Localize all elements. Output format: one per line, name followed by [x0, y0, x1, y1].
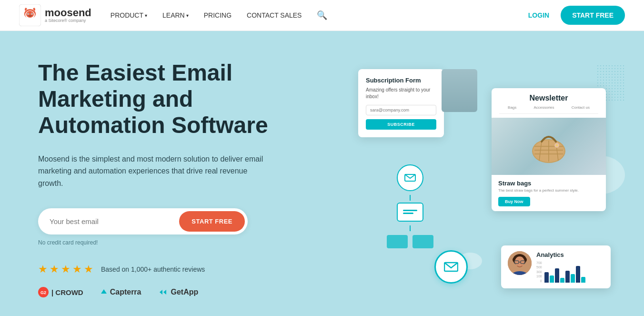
- flow-circle-node: [397, 164, 423, 191]
- brand-name: moosend: [45, 8, 91, 18]
- hero-title: The Easiest Email Marketing and Automati…: [38, 60, 295, 139]
- search-icon[interactable]: 🔍: [317, 10, 327, 20]
- analytics-avatar: [508, 251, 532, 275]
- analytics-chart: 700 500 300 100 0: [536, 261, 604, 283]
- capterra-icon: [101, 289, 107, 296]
- star-1: ★: [38, 263, 48, 275]
- subscription-form-title: Subscription Form: [366, 77, 436, 84]
- nav-pricing[interactable]: PRICING: [204, 11, 231, 19]
- email-circle-icon: [444, 261, 458, 273]
- straw-bag-illustration: [527, 127, 570, 165]
- buy-now-button[interactable]: Buy Now: [498, 197, 530, 206]
- subscribe-button[interactable]: SUBSCRIBE: [366, 119, 436, 130]
- flow-line-2: [410, 225, 411, 231]
- newsletter-header: Newsletter Bags Accessories Contact us: [492, 88, 606, 118]
- flow-branch-right: [413, 235, 433, 248]
- star-5: ★: [84, 263, 93, 275]
- email-input[interactable]: [50, 217, 179, 225]
- bar-chart: [544, 261, 585, 283]
- star-3: ★: [61, 263, 70, 275]
- nav-learn[interactable]: LEARN ▾: [162, 11, 189, 19]
- bar-1: [544, 272, 549, 283]
- product-description: The best straw bags for a perfect summer…: [498, 188, 599, 193]
- star-4: ★: [72, 263, 82, 275]
- hero-start-free-button[interactable]: START FREE: [179, 211, 245, 232]
- subscription-form-desc: Amazing offers straight to your inbox!: [366, 87, 436, 100]
- svg-marker-10: [101, 289, 107, 294]
- capterra-logo: Capterra: [101, 288, 141, 296]
- email-node-icon: [404, 173, 416, 183]
- newsletter-card: Newsletter Bags Accessories Contact us: [492, 88, 606, 211]
- star-rating: ★ ★ ★ ★ ★: [38, 263, 93, 275]
- flow-line-1: [410, 195, 411, 201]
- flow-rect-node: [397, 203, 423, 222]
- chart-y-labels: 700 500 300 100 0: [536, 261, 542, 283]
- svg-point-6: [28, 13, 29, 14]
- automation-flow: [387, 164, 433, 248]
- hero-content: The Easiest Email Marketing and Automati…: [38, 60, 295, 297]
- svg-text:G2: G2: [40, 290, 46, 295]
- getapp-icon: [159, 289, 168, 296]
- newsletter-nav-accessories: Accessories: [533, 105, 554, 110]
- logo-icon: [19, 4, 41, 26]
- subscription-email-input[interactable]: [366, 105, 436, 115]
- nav-contact-sales[interactable]: CONTACT SALES: [247, 11, 302, 19]
- bar-3: [555, 268, 559, 283]
- hero-mockup: Subscription Form Amazing offers straigh…: [339, 60, 615, 298]
- hero-section: The Easiest Email Marketing and Automati…: [0, 31, 644, 316]
- newsletter-product-image: [492, 118, 606, 175]
- bar-6: [571, 274, 575, 283]
- getapp-logo: GetApp: [159, 288, 199, 296]
- bar-8: [581, 277, 585, 283]
- flow-branch-nodes: [387, 235, 433, 248]
- nav-product[interactable]: PRODUCT ▾: [111, 11, 147, 19]
- analytics-title: Analytics: [536, 251, 604, 258]
- g2-logo: G2 | CROWD: [38, 287, 83, 297]
- bar-7: [576, 266, 580, 283]
- navbar: moosend a Sitecore® company PRODUCT ▾ LE…: [0, 0, 644, 31]
- brand-tagline: a Sitecore® company: [45, 18, 91, 23]
- learn-chevron-icon: ▾: [186, 13, 189, 18]
- review-logos-row: G2 | CROWD Capterra GetApp: [38, 287, 295, 297]
- product-chevron-icon: ▾: [145, 13, 147, 18]
- bar-2: [550, 275, 554, 283]
- login-button[interactable]: LOGIN: [528, 11, 549, 19]
- newsletter-nav-contact: Contact us: [572, 105, 590, 110]
- logo[interactable]: moosend a Sitecore® company: [19, 4, 91, 26]
- analytics-content: Analytics 700 500 300 100 0: [536, 251, 604, 283]
- flow-email-circle: [434, 250, 468, 284]
- nav-right: LOGIN START FREE: [528, 6, 625, 25]
- no-credit-text: No credit card required!: [38, 239, 295, 246]
- bar-5: [565, 271, 570, 283]
- reviews-area: ★ ★ ★ ★ ★ Based on 1,000+ authentic revi…: [38, 263, 295, 275]
- analytics-card: Analytics 700 500 300 100 0: [501, 245, 611, 288]
- star-2: ★: [50, 263, 59, 275]
- flow-branch-left: [387, 235, 408, 248]
- hero-description: Moosend is the simplest and most modern …: [38, 153, 267, 190]
- newsletter-product-info: Straw bags The best straw bags for a per…: [492, 175, 606, 211]
- start-free-nav-button[interactable]: START FREE: [561, 6, 625, 25]
- svg-point-27: [515, 256, 524, 267]
- bar-4: [560, 278, 564, 283]
- product-name: Straw bags: [498, 180, 599, 187]
- g2-icon: G2: [38, 287, 49, 297]
- newsletter-nav-bags: Bags: [508, 105, 516, 110]
- svg-point-22: [556, 144, 558, 146]
- newsletter-title: Newsletter: [499, 94, 598, 102]
- svg-point-7: [31, 13, 32, 14]
- email-form: START FREE: [38, 208, 248, 234]
- person-avatar: [508, 251, 532, 275]
- nav-links: PRODUCT ▾ LEARN ▾ PRICING CONTACT SALES …: [111, 10, 528, 20]
- subscription-form-card: Subscription Form Amazing offers straigh…: [358, 69, 444, 137]
- reviews-text: Based on 1,000+ authentic reviews: [101, 265, 205, 273]
- subscription-bg-image: [442, 69, 477, 112]
- newsletter-nav: Bags Accessories Contact us: [499, 105, 598, 114]
